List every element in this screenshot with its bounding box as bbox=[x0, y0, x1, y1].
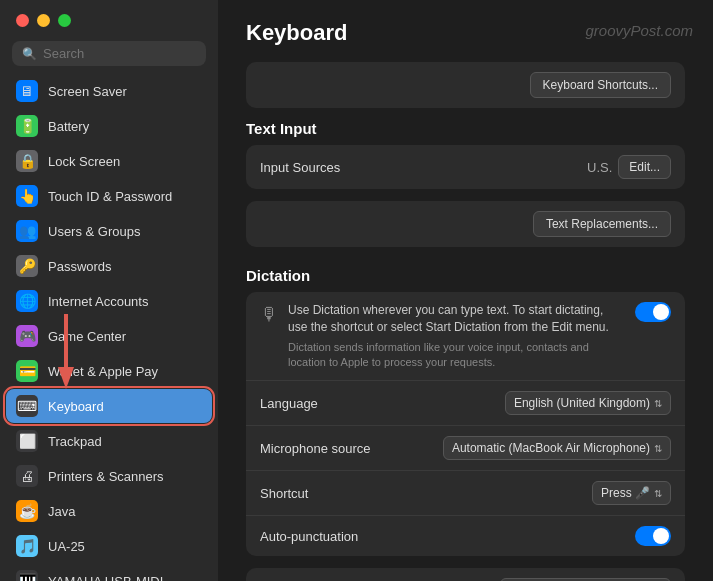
language-row: Language English (United Kingdom) ⇅ bbox=[246, 381, 685, 426]
dictation-toggle[interactable] bbox=[635, 302, 671, 322]
sidebar-item-ua25[interactable]: 🎵UA-25 bbox=[6, 529, 212, 563]
sidebar-item-label-java: Java bbox=[48, 504, 75, 519]
sidebar-item-lock-screen[interactable]: 🔒Lock Screen bbox=[6, 144, 212, 178]
shortcut-row: Shortcut Press 🎤 ⇅ bbox=[246, 471, 685, 516]
auto-punctuation-row: Auto-punctuation bbox=[246, 516, 685, 556]
game-center-icon: 🎮 bbox=[16, 325, 38, 347]
internet-accounts-icon: 🌐 bbox=[16, 290, 38, 312]
sidebar-item-touch-id[interactable]: 👆Touch ID & Password bbox=[6, 179, 212, 213]
sidebar-item-printers-scanners[interactable]: 🖨Printers & Scanners bbox=[6, 459, 212, 493]
sidebar-item-users-groups[interactable]: 👥Users & Groups bbox=[6, 214, 212, 248]
chevron-updown-icon: ⇅ bbox=[654, 398, 662, 409]
chevron-updown-icon-3: ⇅ bbox=[654, 488, 662, 499]
dictation-desc-main: Use Dictation wherever you can type text… bbox=[288, 302, 625, 336]
sidebar-item-label-screen-saver: Screen Saver bbox=[48, 84, 127, 99]
sidebar-item-label-passwords: Passwords bbox=[48, 259, 112, 274]
sidebar-item-battery[interactable]: 🔋Battery bbox=[6, 109, 212, 143]
sidebar-item-internet-accounts[interactable]: 🌐Internet Accounts bbox=[6, 284, 212, 318]
language-select[interactable]: English (United Kingdom) ⇅ bbox=[505, 391, 671, 415]
sidebar-item-label-printers-scanners: Printers & Scanners bbox=[48, 469, 164, 484]
sidebar-item-screen-saver[interactable]: 🖥Screen Saver bbox=[6, 74, 212, 108]
touch-id-icon: 👆 bbox=[16, 185, 38, 207]
search-icon: 🔍 bbox=[22, 47, 37, 61]
microphone-icon: 🎙 bbox=[260, 304, 278, 325]
battery-icon: 🔋 bbox=[16, 115, 38, 137]
ua25-icon: 🎵 bbox=[16, 535, 38, 557]
printers-scanners-icon: 🖨 bbox=[16, 465, 38, 487]
sidebar-item-wallet-apple-pay[interactable]: 💳Wallet & Apple Pay bbox=[6, 354, 212, 388]
dictation-desc-sub: Dictation sends information like your vo… bbox=[288, 340, 625, 371]
passwords-icon: 🔑 bbox=[16, 255, 38, 277]
sidebar-item-keyboard[interactable]: ⌨Keyboard bbox=[6, 389, 212, 423]
sidebar-item-game-center[interactable]: 🎮Game Center bbox=[6, 319, 212, 353]
search-bar[interactable]: 🔍 bbox=[12, 41, 206, 66]
sidebar-item-label-ua25: UA-25 bbox=[48, 539, 85, 554]
text-input-section: Text Input Input Sources U.S. Edit... Te… bbox=[246, 120, 685, 247]
sidebar-item-label-battery: Battery bbox=[48, 119, 89, 134]
traffic-lights bbox=[0, 0, 218, 37]
microphone-source-value: Automatic (MacBook Air Microphone) bbox=[452, 441, 650, 455]
search-input[interactable] bbox=[43, 46, 196, 61]
sidebar-item-label-yamaha: YAMAHA USB-MIDI bbox=[48, 574, 163, 582]
lock-screen-icon: 🔒 bbox=[16, 150, 38, 172]
shortcut-select[interactable]: Press 🎤 ⇅ bbox=[592, 481, 671, 505]
about-dictation-row: About Dictation & Privacy... bbox=[246, 568, 685, 581]
input-sources-value: U.S. Edit... bbox=[587, 155, 671, 179]
wallet-apple-pay-icon: 💳 bbox=[16, 360, 38, 382]
main-content: Keyboard Keyboard Shortcuts... Text Inpu… bbox=[218, 0, 713, 581]
sidebar-item-yamaha[interactable]: 🎹YAMAHA USB-MIDI bbox=[6, 564, 212, 581]
auto-punctuation-toggle[interactable] bbox=[635, 526, 671, 546]
dictation-main-row: 🎙 Use Dictation wherever you can type te… bbox=[246, 292, 685, 556]
keyboard-shortcuts-button[interactable]: Keyboard Shortcuts... bbox=[530, 72, 671, 98]
sidebar-item-passwords[interactable]: 🔑Passwords bbox=[6, 249, 212, 283]
auto-punctuation-label: Auto-punctuation bbox=[260, 529, 358, 544]
microphone-source-select[interactable]: Automatic (MacBook Air Microphone) ⇅ bbox=[443, 436, 671, 460]
users-groups-icon: 👥 bbox=[16, 220, 38, 242]
screen-saver-icon: 🖥 bbox=[16, 80, 38, 102]
text-replacements-button[interactable]: Text Replacements... bbox=[533, 211, 671, 237]
keyboard-shortcuts-row: Keyboard Shortcuts... bbox=[246, 62, 685, 108]
yamaha-icon: 🎹 bbox=[16, 570, 38, 581]
input-sources-label: Input Sources bbox=[260, 160, 340, 175]
dictation-section: Dictation 🎙 Use Dictation wherever you c… bbox=[246, 267, 685, 581]
text-input-row: Input Sources U.S. Edit... bbox=[246, 145, 685, 189]
shortcut-value: Press 🎤 bbox=[601, 486, 650, 500]
dictation-desc-text: Use Dictation wherever you can type text… bbox=[288, 302, 625, 370]
close-button[interactable] bbox=[16, 14, 29, 27]
watermark: groovyPost.com bbox=[585, 22, 693, 39]
keyboard-icon: ⌨ bbox=[16, 395, 38, 417]
microphone-source-row: Microphone source Automatic (MacBook Air… bbox=[246, 426, 685, 471]
sidebar-item-label-lock-screen: Lock Screen bbox=[48, 154, 120, 169]
sidebar-item-label-trackpad: Trackpad bbox=[48, 434, 102, 449]
text-input-label: Text Input bbox=[246, 120, 685, 137]
sidebar-item-label-wallet-apple-pay: Wallet & Apple Pay bbox=[48, 364, 158, 379]
minimize-button[interactable] bbox=[37, 14, 50, 27]
dictation-label: Dictation bbox=[246, 267, 685, 284]
sidebar-item-label-touch-id: Touch ID & Password bbox=[48, 189, 172, 204]
sidebar-item-label-users-groups: Users & Groups bbox=[48, 224, 140, 239]
sidebar-item-label-internet-accounts: Internet Accounts bbox=[48, 294, 148, 309]
sidebar-item-java[interactable]: ☕Java bbox=[6, 494, 212, 528]
sidebar-item-trackpad[interactable]: ⬜Trackpad bbox=[6, 424, 212, 458]
java-icon: ☕ bbox=[16, 500, 38, 522]
input-sources-row: Input Sources U.S. Edit... bbox=[246, 145, 685, 189]
sidebar-item-label-game-center: Game Center bbox=[48, 329, 126, 344]
maximize-button[interactable] bbox=[58, 14, 71, 27]
shortcut-label: Shortcut bbox=[260, 486, 308, 501]
language-value: English (United Kingdom) bbox=[514, 396, 650, 410]
sidebar-item-label-keyboard: Keyboard bbox=[48, 399, 104, 414]
sidebar-list: 🖥Screen Saver🔋Battery🔒Lock Screen👆Touch … bbox=[0, 74, 218, 581]
input-sources-text: U.S. bbox=[587, 160, 612, 175]
dictation-desc-row: 🎙 Use Dictation wherever you can type te… bbox=[260, 302, 671, 370]
microphone-source-label: Microphone source bbox=[260, 441, 371, 456]
chevron-updown-icon-2: ⇅ bbox=[654, 443, 662, 454]
sidebar: 🔍 🖥Screen Saver🔋Battery🔒Lock Screen👆Touc… bbox=[0, 0, 218, 581]
trackpad-icon: ⬜ bbox=[16, 430, 38, 452]
language-label: Language bbox=[260, 396, 318, 411]
edit-input-sources-button[interactable]: Edit... bbox=[618, 155, 671, 179]
dictation-description-box: 🎙 Use Dictation wherever you can type te… bbox=[246, 292, 685, 381]
text-replacements-row: Text Replacements... bbox=[246, 201, 685, 247]
